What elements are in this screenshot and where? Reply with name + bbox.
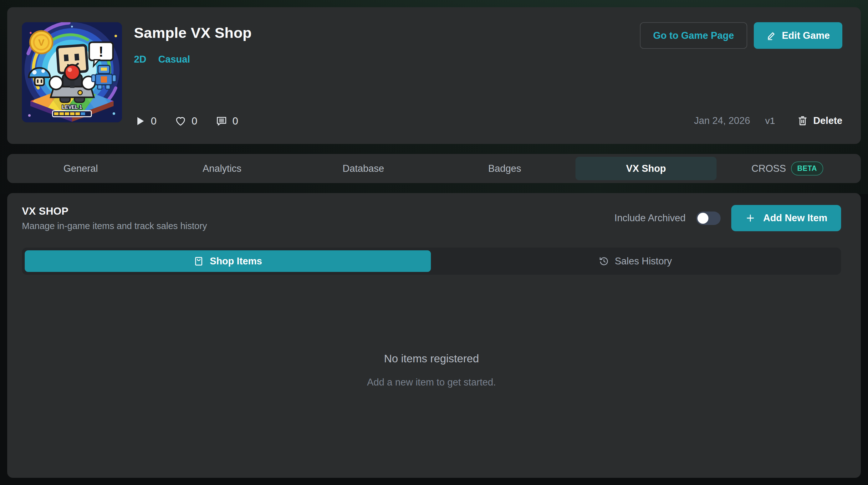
tab-vx-shop[interactable]: VX Shop [576, 157, 717, 180]
edit-game-label: Edit Game [782, 30, 830, 41]
trash-icon [797, 115, 808, 126]
panel-header: VX SHOP Manage in-game items and track s… [22, 205, 841, 231]
like-count-value: 0 [191, 115, 197, 127]
subtab-shop-items-label: Shop Items [210, 255, 262, 267]
svg-text:LEVEL 1: LEVEL 1 [62, 104, 82, 110]
created-date: Jan 24, 2026 [694, 115, 750, 126]
svg-text:!: ! [99, 43, 103, 60]
comment-icon [216, 115, 227, 127]
game-thumbnail: V [22, 22, 122, 122]
header-actions: Go to Game Page Edit Game Jan 24, 2026 v… [640, 22, 842, 130]
toggle-knob [698, 213, 708, 224]
play-count-value: 0 [151, 115, 156, 127]
header-button-row: Go to Game Page Edit Game [640, 22, 842, 49]
tab-analytics-label: Analytics [203, 163, 241, 174]
vx-shop-panel: VX SHOP Manage in-game items and track s… [7, 193, 861, 478]
plus-icon [745, 213, 756, 223]
page: V [0, 0, 868, 485]
comment-count-value: 0 [232, 115, 238, 127]
panel-title-block: VX SHOP Manage in-game items and track s… [22, 205, 207, 231]
tab-general[interactable]: General [10, 157, 151, 180]
tab-database-label: Database [343, 163, 384, 174]
empty-state: No items registered Add a new item to ge… [22, 275, 841, 465]
svg-text:V: V [38, 37, 44, 48]
tab-vx-shop-label: VX Shop [626, 163, 666, 174]
coin-icon: V [30, 31, 53, 54]
panel-heading: VX SHOP [22, 205, 207, 217]
play-count: 0 [134, 115, 156, 127]
play-icon [134, 115, 146, 127]
beta-badge: BETA [791, 161, 823, 176]
main-tab-bar: General Analytics Database Badges VX Sho… [7, 154, 861, 183]
like-count: 0 [175, 115, 197, 127]
tab-badges[interactable]: Badges [434, 157, 576, 180]
delete-button[interactable]: Delete [797, 115, 842, 126]
panel-subtitle: Manage in-game items and track sales his… [22, 221, 207, 231]
panel-controls: Include Archived Add New Item [615, 205, 841, 231]
subtab-sales-history-label: Sales History [615, 255, 672, 267]
page-title: Sample VX Shop [134, 24, 628, 41]
meta-row: Jan 24, 2026 v1 Delete [694, 115, 842, 130]
game-thumbnail-art: V [22, 22, 122, 122]
shopping-bag-icon [193, 256, 204, 267]
game-header-card: V [7, 7, 861, 144]
tab-analytics[interactable]: Analytics [151, 157, 293, 180]
add-new-item-label: Add New Item [763, 212, 827, 224]
history-icon [598, 256, 609, 267]
tab-badges-label: Badges [488, 163, 521, 174]
shop-subtabs: Shop Items Sales History [22, 247, 841, 275]
tab-cross[interactable]: CROSS BETA [717, 157, 858, 180]
subtab-sales-history[interactable]: Sales History [432, 250, 838, 272]
comment-count: 0 [216, 115, 238, 127]
go-to-game-page-button[interactable]: Go to Game Page [640, 22, 747, 49]
tag-casual: Casual [158, 54, 190, 65]
edit-game-button[interactable]: Edit Game [754, 22, 842, 49]
tag-row: 2D Casual [134, 54, 628, 65]
delete-label: Delete [813, 115, 842, 126]
include-archived-label: Include Archived [615, 212, 686, 224]
version-label: v1 [765, 116, 775, 126]
heart-icon [175, 115, 186, 127]
empty-state-subtitle: Add a new item to get started. [367, 377, 496, 388]
tab-general-label: General [64, 163, 98, 174]
subtab-shop-items[interactable]: Shop Items [25, 250, 431, 272]
empty-state-title: No items registered [384, 352, 479, 365]
tab-database[interactable]: Database [292, 157, 434, 180]
stats-row: 0 0 0 [134, 115, 628, 130]
pencil-icon [766, 30, 777, 41]
game-info: Sample VX Shop 2D Casual 0 0 0 [134, 22, 628, 130]
add-new-item-button[interactable]: Add New Item [731, 205, 841, 231]
tab-cross-label: CROSS [752, 163, 786, 174]
go-to-game-page-label: Go to Game Page [653, 30, 734, 41]
include-archived-toggle[interactable] [696, 212, 721, 225]
tag-2d: 2D [134, 54, 147, 65]
